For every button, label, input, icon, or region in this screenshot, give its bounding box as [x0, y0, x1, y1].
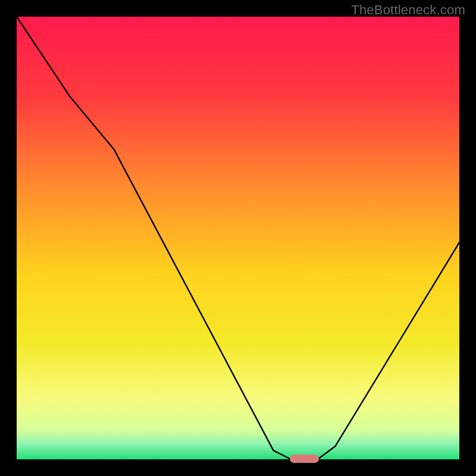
- plot-area: [17, 17, 459, 459]
- chart-background: [17, 17, 459, 459]
- chart-svg: [17, 17, 459, 459]
- minimum-marker: [290, 455, 319, 463]
- chart-frame: TheBottleneck.com: [0, 0, 476, 476]
- watermark-label: TheBottleneck.com: [351, 2, 465, 18]
